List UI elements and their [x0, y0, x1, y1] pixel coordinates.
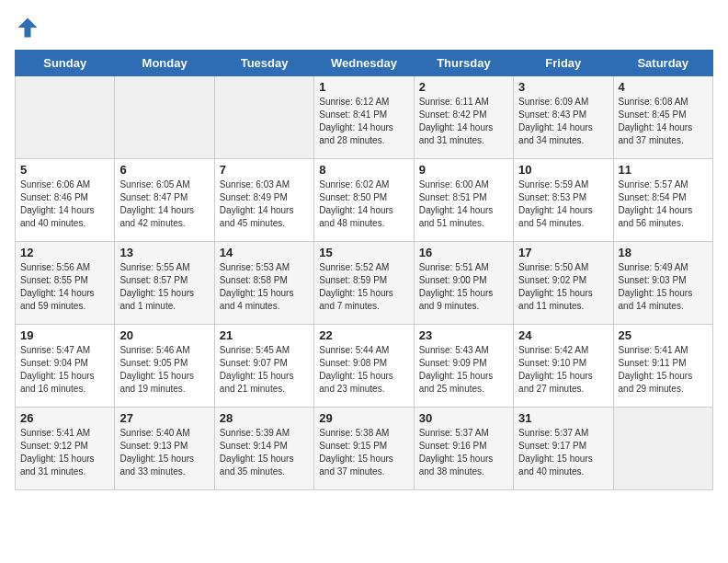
calendar-cell: 27Sunrise: 5:40 AM Sunset: 9:13 PM Dayli…: [115, 408, 214, 490]
day-number: 30: [419, 411, 508, 425]
day-info: Sunrise: 5:37 AM Sunset: 9:17 PM Dayligh…: [518, 427, 608, 478]
day-number: 1: [319, 80, 408, 94]
calendar-cell: 9Sunrise: 6:00 AM Sunset: 8:51 PM Daylig…: [414, 159, 513, 242]
header-day-sunday: Sunday: [16, 51, 115, 76]
day-info: Sunrise: 6:05 AM Sunset: 8:47 PM Dayligh…: [119, 178, 209, 230]
day-info: Sunrise: 5:41 AM Sunset: 9:11 PM Dayligh…: [619, 344, 708, 396]
day-number: 24: [518, 328, 608, 342]
calendar-cell: 8Sunrise: 6:02 AM Sunset: 8:50 PM Daylig…: [314, 159, 414, 242]
day-info: Sunrise: 5:50 AM Sunset: 9:02 PM Dayligh…: [518, 261, 608, 313]
day-number: 6: [119, 163, 209, 177]
day-number: 3: [518, 80, 608, 94]
calendar-cell: 28Sunrise: 5:39 AM Sunset: 9:14 PM Dayli…: [214, 408, 313, 490]
day-number: 15: [319, 246, 408, 259]
day-info: Sunrise: 6:00 AM Sunset: 8:51 PM Dayligh…: [419, 178, 508, 230]
calendar-cell: 12Sunrise: 5:56 AM Sunset: 8:55 PM Dayli…: [16, 242, 115, 325]
calendar-cell: 25Sunrise: 5:41 AM Sunset: 9:11 PM Dayli…: [613, 325, 712, 408]
header-day-wednesday: Wednesday: [314, 51, 414, 76]
day-info: Sunrise: 6:11 AM Sunset: 8:42 PM Dayligh…: [419, 96, 508, 147]
day-info: Sunrise: 6:12 AM Sunset: 8:41 PM Dayligh…: [319, 96, 408, 147]
day-number: 31: [518, 411, 608, 425]
logo: [15, 15, 44, 40]
day-number: 25: [619, 328, 708, 342]
day-info: Sunrise: 5:53 AM Sunset: 8:58 PM Dayligh…: [220, 261, 309, 313]
calendar-cell: 30Sunrise: 5:37 AM Sunset: 9:16 PM Dayli…: [414, 408, 513, 490]
day-number: 13: [119, 246, 209, 259]
header-row: SundayMondayTuesdayWednesdayThursdayFrid…: [16, 51, 713, 76]
calendar-cell: 31Sunrise: 5:37 AM Sunset: 9:17 PM Dayli…: [514, 408, 613, 490]
day-info: Sunrise: 5:46 AM Sunset: 9:05 PM Dayligh…: [119, 344, 209, 396]
calendar-cell: 2Sunrise: 6:11 AM Sunset: 8:42 PM Daylig…: [414, 76, 513, 159]
calendar-cell: 29Sunrise: 5:38 AM Sunset: 9:15 PM Dayli…: [314, 408, 414, 490]
calendar-cell: [214, 76, 313, 159]
calendar-cell: 21Sunrise: 5:45 AM Sunset: 9:07 PM Dayli…: [214, 325, 313, 408]
calendar-table: SundayMondayTuesdayWednesdayThursdayFrid…: [15, 50, 713, 490]
day-info: Sunrise: 5:41 AM Sunset: 9:12 PM Dayligh…: [20, 427, 109, 478]
day-info: Sunrise: 5:59 AM Sunset: 8:53 PM Dayligh…: [518, 178, 608, 230]
calendar-cell: [613, 408, 712, 490]
day-number: 11: [619, 163, 708, 177]
day-number: 16: [419, 246, 508, 259]
day-number: 2: [419, 80, 508, 94]
day-info: Sunrise: 6:08 AM Sunset: 8:45 PM Dayligh…: [619, 96, 708, 147]
day-info: Sunrise: 5:38 AM Sunset: 9:15 PM Dayligh…: [319, 427, 408, 478]
calendar-cell: 6Sunrise: 6:05 AM Sunset: 8:47 PM Daylig…: [115, 159, 214, 242]
day-info: Sunrise: 5:40 AM Sunset: 9:13 PM Dayligh…: [119, 427, 209, 478]
day-info: Sunrise: 6:09 AM Sunset: 8:43 PM Dayligh…: [518, 96, 608, 147]
day-info: Sunrise: 6:06 AM Sunset: 8:46 PM Dayligh…: [20, 178, 109, 230]
header-day-friday: Friday: [514, 51, 613, 76]
calendar-cell: [115, 76, 214, 159]
day-number: 29: [319, 411, 408, 425]
day-number: 28: [220, 411, 309, 425]
calendar-cell: 3Sunrise: 6:09 AM Sunset: 8:43 PM Daylig…: [514, 76, 613, 159]
day-number: 10: [518, 163, 608, 177]
day-number: 8: [319, 163, 408, 177]
day-info: Sunrise: 5:37 AM Sunset: 9:16 PM Dayligh…: [419, 427, 508, 478]
day-number: 27: [119, 411, 209, 425]
day-number: 7: [220, 163, 309, 177]
calendar-cell: 11Sunrise: 5:57 AM Sunset: 8:54 PM Dayli…: [613, 159, 712, 242]
day-info: Sunrise: 5:42 AM Sunset: 9:10 PM Dayligh…: [518, 344, 608, 396]
day-number: 22: [319, 328, 408, 342]
day-info: Sunrise: 5:43 AM Sunset: 9:09 PM Dayligh…: [419, 344, 508, 396]
day-info: Sunrise: 5:56 AM Sunset: 8:55 PM Dayligh…: [20, 261, 109, 313]
week-row-3: 12Sunrise: 5:56 AM Sunset: 8:55 PM Dayli…: [16, 242, 713, 325]
calendar-cell: [16, 76, 115, 159]
day-info: Sunrise: 5:39 AM Sunset: 9:14 PM Dayligh…: [220, 427, 309, 478]
day-number: 12: [20, 246, 109, 259]
day-number: 9: [419, 163, 508, 177]
calendar-cell: 17Sunrise: 5:50 AM Sunset: 9:02 PM Dayli…: [514, 242, 613, 325]
day-info: Sunrise: 6:03 AM Sunset: 8:49 PM Dayligh…: [220, 178, 309, 230]
day-number: 26: [20, 411, 109, 425]
calendar-cell: 4Sunrise: 6:08 AM Sunset: 8:45 PM Daylig…: [613, 76, 712, 159]
calendar-cell: 19Sunrise: 5:47 AM Sunset: 9:04 PM Dayli…: [16, 325, 115, 408]
header-day-thursday: Thursday: [414, 51, 513, 76]
svg-marker-0: [18, 18, 38, 38]
calendar-cell: 1Sunrise: 6:12 AM Sunset: 8:41 PM Daylig…: [314, 76, 414, 159]
day-info: Sunrise: 6:02 AM Sunset: 8:50 PM Dayligh…: [319, 178, 408, 230]
day-number: 21: [220, 328, 309, 342]
calendar-cell: 5Sunrise: 6:06 AM Sunset: 8:46 PM Daylig…: [16, 159, 115, 242]
header-day-saturday: Saturday: [613, 51, 712, 76]
day-info: Sunrise: 5:51 AM Sunset: 9:00 PM Dayligh…: [419, 261, 508, 313]
header: [15, 15, 713, 40]
calendar-cell: 16Sunrise: 5:51 AM Sunset: 9:00 PM Dayli…: [414, 242, 513, 325]
day-info: Sunrise: 5:57 AM Sunset: 8:54 PM Dayligh…: [619, 178, 708, 230]
week-row-2: 5Sunrise: 6:06 AM Sunset: 8:46 PM Daylig…: [16, 159, 713, 242]
calendar-cell: 13Sunrise: 5:55 AM Sunset: 8:57 PM Dayli…: [115, 242, 214, 325]
calendar-cell: 10Sunrise: 5:59 AM Sunset: 8:53 PM Dayli…: [514, 159, 613, 242]
calendar-cell: 23Sunrise: 5:43 AM Sunset: 9:09 PM Dayli…: [414, 325, 513, 408]
day-info: Sunrise: 5:49 AM Sunset: 9:03 PM Dayligh…: [619, 261, 708, 313]
calendar-cell: 26Sunrise: 5:41 AM Sunset: 9:12 PM Dayli…: [16, 408, 115, 490]
day-number: 18: [619, 246, 708, 259]
day-info: Sunrise: 5:55 AM Sunset: 8:57 PM Dayligh…: [119, 261, 209, 313]
calendar-cell: 14Sunrise: 5:53 AM Sunset: 8:58 PM Dayli…: [214, 242, 313, 325]
calendar-cell: 22Sunrise: 5:44 AM Sunset: 9:08 PM Dayli…: [314, 325, 414, 408]
header-day-monday: Monday: [115, 51, 214, 76]
calendar-cell: 15Sunrise: 5:52 AM Sunset: 8:59 PM Dayli…: [314, 242, 414, 325]
header-day-tuesday: Tuesday: [214, 51, 313, 76]
day-number: 14: [220, 246, 309, 259]
logo-icon: [15, 15, 40, 40]
week-row-5: 26Sunrise: 5:41 AM Sunset: 9:12 PM Dayli…: [16, 408, 713, 490]
calendar-cell: 20Sunrise: 5:46 AM Sunset: 9:05 PM Dayli…: [115, 325, 214, 408]
